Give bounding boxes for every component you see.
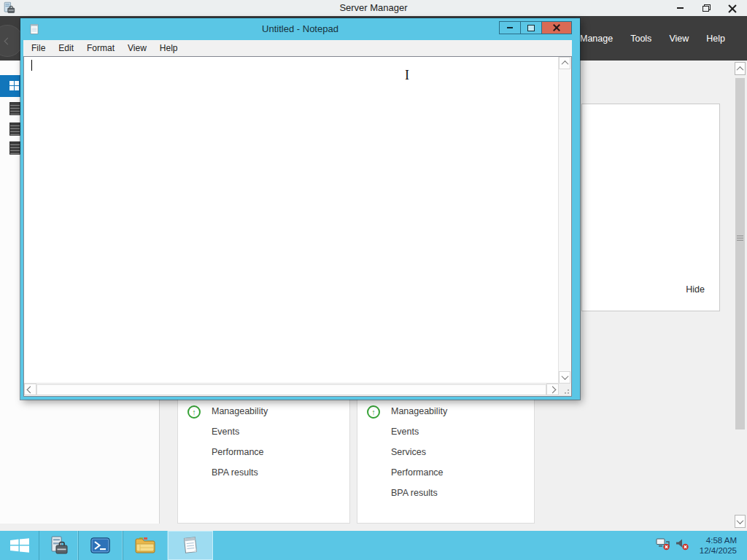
taskbar-server-manager[interactable] — [39, 531, 78, 560]
taskbar-notepad[interactable] — [168, 531, 213, 560]
server-icon — [9, 102, 20, 115]
tile-link-manageability[interactable]: Manageability — [212, 406, 268, 416]
notepad-menubar: File Edit Format View Help — [23, 40, 572, 56]
notepad-window-title: Untitled - Notepad — [20, 18, 580, 40]
menu-format[interactable]: Format — [80, 43, 121, 53]
chevron-left-icon — [27, 386, 34, 393]
taskbar-clock[interactable]: 4:58 AM 12/4/2025 — [700, 535, 737, 556]
powershell-icon — [90, 537, 110, 553]
scroll-left-button[interactable] — [24, 384, 36, 395]
tile-link-performance[interactable]: Performance — [212, 447, 264, 457]
system-tray: 4:58 AM 12/4/2025 — [656, 531, 747, 560]
taskbar: 4:58 AM 12/4/2025 — [0, 531, 747, 560]
np-close-button[interactable] — [541, 21, 572, 34]
chevron-down-icon — [737, 517, 744, 524]
grip-dots-icon — [568, 392, 569, 394]
notepad-text-area[interactable] — [23, 56, 572, 397]
clock-time: 4:58 AM — [700, 535, 737, 545]
chevron-up-icon — [561, 61, 568, 68]
tile-link-events[interactable]: Events — [391, 427, 419, 437]
menu-edit[interactable]: Edit — [52, 43, 80, 53]
scroll-down-button[interactable] — [735, 515, 746, 528]
tile-link-performance[interactable]: Performance — [391, 467, 444, 478]
tile-link-bpa-results[interactable]: BPA results — [212, 467, 258, 478]
storage-icon — [9, 141, 20, 155]
green-up-arrow-icon: ↑ — [187, 405, 201, 419]
resize-grip[interactable] — [559, 384, 571, 396]
np-minimize-button[interactable] — [499, 21, 521, 34]
menu-tools[interactable]: Tools — [630, 34, 651, 44]
tile-link-events[interactable]: Events — [212, 427, 239, 437]
notepad-horizontal-scrollbar[interactable] — [24, 383, 559, 396]
clock-date: 12/4/2025 — [700, 545, 737, 556]
notepad-titlebar[interactable]: Untitled - Notepad — [20, 18, 580, 40]
back-arrow-icon — [4, 37, 11, 44]
menu-view[interactable]: View — [669, 34, 689, 44]
scroll-up-button[interactable] — [735, 62, 746, 75]
close-icon — [728, 4, 737, 12]
dashboard-grid-icon — [9, 81, 19, 90]
windows-logo-icon — [10, 538, 29, 553]
sm-minimize-button[interactable] — [667, 0, 693, 16]
restore-icon — [703, 4, 711, 12]
volume-muted-icon[interactable] — [675, 537, 689, 553]
server-manager-menubar: Manage Tools View Help — [580, 16, 725, 61]
network-error-icon[interactable] — [656, 537, 670, 553]
taskbar-powershell[interactable] — [78, 531, 123, 560]
chevron-down-icon — [561, 373, 568, 380]
sm-restore-button[interactable] — [693, 0, 719, 16]
server-manager-window-title: Server Manager — [0, 0, 747, 16]
menu-manage[interactable]: Manage — [580, 34, 613, 44]
notepad-window: Untitled - Notepad File Edit Format View… — [20, 18, 580, 400]
thumb-grip-icon — [737, 236, 743, 241]
green-up-arrow-icon: ↑ — [367, 405, 380, 419]
minimize-icon — [677, 7, 684, 9]
notepad-vertical-scrollbar[interactable] — [558, 57, 571, 384]
np-maximize-button[interactable] — [520, 21, 542, 34]
tile-link-manageability[interactable]: Manageability — [391, 406, 447, 416]
server-manager-icon — [48, 536, 69, 555]
sm-close-button[interactable] — [719, 0, 746, 16]
desktop: Server Manager Manage Tools View Help Hi… — [0, 0, 747, 560]
tile-link-services[interactable]: Services — [391, 447, 426, 457]
chevron-right-icon — [549, 386, 557, 393]
welcome-tile: Hide — [581, 104, 720, 311]
scrollbar-thumb[interactable] — [36, 384, 546, 395]
menu-help[interactable]: Help — [153, 43, 185, 53]
chevron-up-icon — [737, 66, 744, 73]
role-tile: ↑ Manageability Events Performance BPA r… — [177, 400, 350, 524]
scroll-down-button[interactable] — [559, 371, 570, 384]
notepad-icon — [182, 536, 199, 555]
servers-icon — [9, 122, 20, 136]
taskbar-file-explorer[interactable] — [123, 531, 168, 560]
minimize-icon — [507, 27, 513, 28]
hide-link[interactable]: Hide — [686, 284, 705, 295]
dashboard-scrollbar[interactable] — [735, 61, 746, 531]
close-icon — [553, 24, 560, 31]
menu-view[interactable]: View — [121, 43, 153, 53]
menu-file[interactable]: File — [25, 43, 52, 53]
scroll-right-button[interactable] — [546, 384, 559, 395]
scrollbar-thumb[interactable] — [735, 78, 745, 429]
menu-help[interactable]: Help — [706, 34, 725, 44]
tile-link-bpa-results[interactable]: BPA results — [391, 488, 438, 498]
scroll-up-button[interactable] — [559, 57, 570, 69]
role-tile: ↑ Manageability Events Services Performa… — [357, 400, 535, 524]
server-manager-titlebar[interactable]: Server Manager — [0, 0, 747, 16]
maximize-icon — [527, 25, 535, 31]
start-button[interactable] — [0, 531, 39, 560]
text-caret — [31, 60, 32, 71]
folder-icon — [134, 537, 156, 554]
ibeam-cursor: I — [405, 68, 409, 83]
